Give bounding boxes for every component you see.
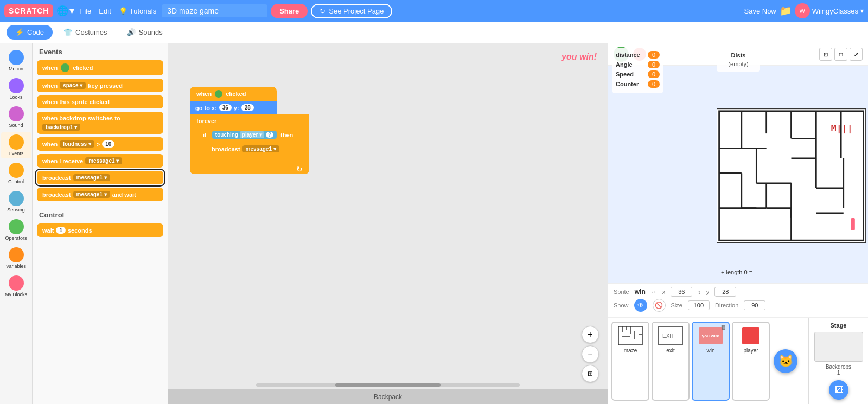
sprite-info-row2: Show 👁 🚫 Size 100 Direction 90 <box>614 299 863 312</box>
palette-item-operators[interactable]: Operators <box>1 217 31 243</box>
hide-icon[interactable]: 🚫 <box>653 299 666 312</box>
show-label: Show <box>614 302 629 309</box>
dists-title: Dists <box>721 52 756 59</box>
stage-thumbnail[interactable] <box>814 332 863 362</box>
y-label: y <box>706 288 710 295</box>
svg-text:EXIT: EXIT <box>662 333 674 339</box>
add-sprite-container: 🐱 <box>772 322 799 401</box>
canvas-forever-group: forever if touching player ▾ ? then broa… <box>190 114 309 174</box>
palette-item-myblocks[interactable]: My Blocks <box>1 273 31 299</box>
looks-dot <box>9 78 24 93</box>
canvas-if-block[interactable]: if touching player ▾ ? then <box>190 127 309 142</box>
stage-panel: Stage Backdrops 1 🖼 <box>808 318 868 404</box>
size-value[interactable]: 100 <box>688 300 710 310</box>
scrollbar-thumb[interactable] <box>335 383 441 387</box>
zoom-fit-button[interactable]: ⊞ <box>582 365 599 382</box>
when-key-block[interactable]: when space ▾ key pressed <box>37 79 163 92</box>
tab-sounds[interactable]: 🔊 Sounds <box>118 25 171 40</box>
var-row-angle: Angle 0 <box>616 61 660 68</box>
globe-chevron: ▾ <box>69 5 74 17</box>
control-label: Control <box>8 179 24 184</box>
canvas-forever-end: ↻ <box>190 164 309 174</box>
globe-button[interactable]: 🌐 ▾ <box>56 5 74 17</box>
palette-item-events[interactable]: Events <box>1 132 31 158</box>
zoom-out-button[interactable]: − <box>582 345 599 363</box>
when-flag-block[interactable]: when clicked <box>37 60 163 75</box>
sprite-thumb-maze[interactable]: maze <box>611 322 649 401</box>
canvas-forever-block[interactable]: forever <box>190 114 309 127</box>
save-now-button[interactable]: Save Now <box>744 7 776 15</box>
var-name-speed: Speed <box>616 71 646 78</box>
palette-item-looks[interactable]: Looks <box>1 76 31 102</box>
direction-label: Direction <box>715 302 738 309</box>
canvas-when-flag-block[interactable]: when clicked <box>190 87 277 101</box>
dists-value: (empty) <box>721 61 756 67</box>
backpack-bar[interactable]: Backpack <box>168 389 608 404</box>
palette-item-motion[interactable]: Motion <box>1 48 31 74</box>
delete-win-sprite[interactable]: 🗑 <box>720 324 726 330</box>
y-value: 28 <box>714 287 736 297</box>
palette-item-sound[interactable]: Sound <box>1 104 31 130</box>
sprite-thumb-exit[interactable]: EXIT exit <box>652 322 690 401</box>
variables-overlay: distance 0 Angle 0 Speed 0 Counter 0 <box>612 48 663 93</box>
tab-costumes[interactable]: 👕 Costumes <box>55 25 116 40</box>
tutorials-button[interactable]: 💡 Tutorials <box>117 7 158 15</box>
edit-menu[interactable]: Edit <box>97 7 113 15</box>
sprite-name-value: win <box>635 288 646 296</box>
dists-panel: Dists (empty) <box>717 48 760 72</box>
broadcast-block[interactable]: broadcast message1 ▾ <box>37 171 163 184</box>
palette-item-variables[interactable]: Variables <box>1 245 31 271</box>
zoom-in-button[interactable]: + <box>582 326 599 343</box>
user-menu[interactable]: W WiingyClasses ▾ <box>795 3 864 18</box>
folder-icon[interactable]: 📁 <box>780 5 792 17</box>
length-display: + length 0 = <box>721 269 752 275</box>
broadcast-wait-block[interactable]: broadcast message1 ▾ and wait <box>37 188 163 201</box>
var-value-distance: 0 <box>648 51 660 59</box>
code-tab-label: Code <box>27 28 44 36</box>
sprite-thumb-player[interactable]: player <box>732 322 770 401</box>
globe-icon: 🌐 <box>56 5 68 17</box>
code-tab-icon: ⚡ <box>15 28 24 36</box>
when-receive-block[interactable]: when I receive message1 ▾ <box>37 154 163 168</box>
when-sprite-clicked-block[interactable]: when this sprite clicked <box>37 95 163 108</box>
palette-item-control[interactable]: Control <box>1 161 31 187</box>
direction-value[interactable]: 90 <box>744 300 765 310</box>
file-menu[interactable]: File <box>78 7 93 15</box>
sounds-tab-label: Sounds <box>139 28 163 36</box>
sprite-thumb-win[interactable]: 🗑 you win! win <box>692 322 730 401</box>
scrollbar-track[interactable] <box>256 383 520 387</box>
scrollbar-area <box>168 382 608 388</box>
motion-label: Motion <box>9 66 23 72</box>
var-value-speed: 0 <box>648 70 660 78</box>
top-navigation: SCRATCH 🌐 ▾ File Edit 💡 Tutorials Share … <box>0 0 868 22</box>
see-project-label: See Project Page <box>329 7 384 15</box>
wait-block[interactable]: wait 1 seconds <box>37 223 163 237</box>
palette-item-sensing[interactable]: Sensing <box>1 189 31 215</box>
show-icon[interactable]: 👁 <box>634 299 647 312</box>
canvas-goto-block[interactable]: go to x: 36 y: 28 <box>190 101 277 114</box>
costumes-tab-label: Costumes <box>75 28 107 36</box>
fullscreen-button[interactable]: ⤢ <box>850 48 863 61</box>
when-loudness-block[interactable]: when loudness ▾ > 10 <box>37 137 163 151</box>
sound-dot <box>9 106 24 121</box>
add-sprite-button[interactable]: 🐱 <box>774 349 797 373</box>
var-name-counter: Counter <box>616 81 646 87</box>
add-backdrop-button[interactable]: 🖼 <box>829 380 848 400</box>
var-row-speed: Speed 0 <box>616 70 660 78</box>
tab-code[interactable]: ⚡ Code <box>7 25 53 40</box>
when-backdrop-block[interactable]: when backdrop switches to backdrop1 ▾ <box>37 112 163 134</box>
x-value: 36 <box>671 287 692 297</box>
project-name-input[interactable] <box>162 4 267 17</box>
backdrops-label: Backdrops <box>813 364 864 370</box>
var-row-counter: Counter 0 <box>616 80 660 88</box>
maze-svg: M||| <box>717 70 866 281</box>
scratch-logo[interactable]: SCRATCH <box>4 4 53 17</box>
sensing-label: Sensing <box>7 207 25 213</box>
normal-stage-button[interactable]: □ <box>834 48 847 61</box>
tutorials-icon: 💡 <box>119 7 127 15</box>
small-stage-button[interactable]: ⊡ <box>819 48 832 61</box>
see-project-button[interactable]: ↻ See Project Page <box>311 4 392 18</box>
canvas-broadcast-inner-block[interactable]: broadcast message1 ▾ <box>190 142 309 156</box>
sprites-and-stage-row: maze EXIT exit 🗑 you win! win <box>608 318 868 404</box>
share-button[interactable]: Share <box>271 4 308 18</box>
